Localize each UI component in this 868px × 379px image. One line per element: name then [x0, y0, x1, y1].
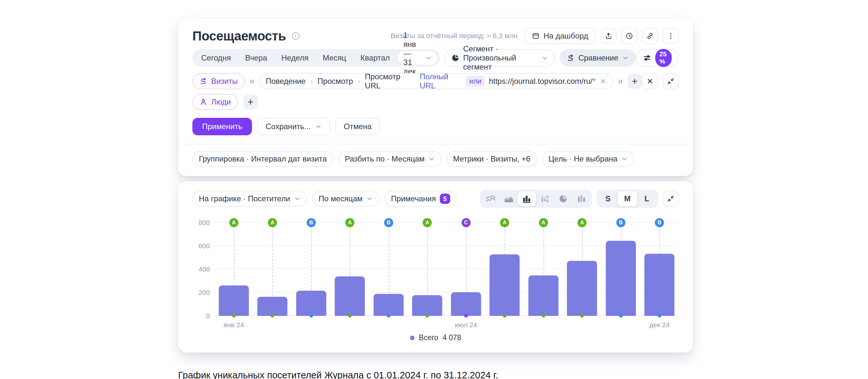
- plot-area: 0200400600800 Aянв 24ABABACиюл 24AAABBде…: [214, 223, 679, 316]
- chart-type-bar[interactable]: [518, 191, 536, 206]
- visits-chip[interactable]: Визиты: [192, 73, 245, 89]
- period-tab-month[interactable]: Месяц: [315, 54, 353, 63]
- bar-group: A: [486, 223, 524, 316]
- annotation-marker[interactable]: A: [345, 218, 354, 227]
- add-people-condition-button[interactable]: +: [243, 95, 258, 109]
- bar[interactable]: [335, 276, 365, 316]
- bar[interactable]: [606, 241, 636, 316]
- period-tab-yesterday[interactable]: Вчера: [238, 54, 274, 63]
- y-tick-label: 600: [198, 242, 210, 250]
- save-button[interactable]: Сохранить...: [257, 118, 330, 135]
- add-condition-button[interactable]: +: [627, 74, 642, 89]
- chevron-down-icon: [621, 156, 628, 162]
- pie-chart-icon: [558, 194, 568, 204]
- to-dashboard-button[interactable]: На дашборд: [524, 28, 596, 44]
- bar[interactable]: [257, 297, 288, 316]
- annotation-marker[interactable]: C: [462, 218, 471, 227]
- bar-group: B: [369, 223, 408, 316]
- legend[interactable]: Всего 4 078: [192, 333, 679, 342]
- bar-group: A: [253, 223, 292, 316]
- grouping-selector[interactable]: Группировка · Интервал дат визита: [192, 151, 333, 167]
- bar[interactable]: [296, 290, 326, 316]
- chart-type-pie[interactable]: [554, 191, 572, 206]
- to-dashboard-label: На дашборд: [544, 31, 588, 40]
- sliders-icon: [643, 54, 651, 62]
- cancel-button[interactable]: Отмена: [335, 118, 380, 135]
- annotation-marker[interactable]: B: [655, 218, 664, 227]
- breadcrumb-view: Просмотр: [317, 77, 353, 86]
- history-button[interactable]: [621, 28, 638, 44]
- bar[interactable]: [490, 254, 520, 316]
- bar[interactable]: [219, 285, 249, 316]
- chevron-down-icon: [622, 55, 629, 61]
- collapse-icon: [667, 77, 675, 85]
- export-icon: [605, 32, 613, 40]
- export-button[interactable]: [600, 28, 617, 44]
- chart-type-line[interactable]: [482, 191, 500, 206]
- bar[interactable]: [412, 295, 442, 316]
- bar[interactable]: [645, 254, 675, 316]
- people-chip[interactable]: Люди: [192, 94, 238, 110]
- period-tab-week[interactable]: Неделя: [274, 54, 316, 63]
- match-type-link[interactable]: Полный URL: [420, 72, 462, 90]
- operator-badge[interactable]: или: [466, 76, 485, 87]
- on-chart-selector[interactable]: На графике · Посетители: [192, 191, 307, 207]
- chart-type-stacked[interactable]: [536, 191, 554, 206]
- person-icon: [199, 98, 207, 106]
- apply-button[interactable]: Применить: [192, 118, 252, 135]
- x-tick-label: июл 24: [455, 321, 477, 329]
- copy-link-button[interactable]: [642, 28, 658, 44]
- bar-group: Aянв 24: [214, 223, 253, 316]
- size-l[interactable]: L: [637, 191, 656, 206]
- period-tab-quarter[interactable]: Квартал: [353, 54, 397, 63]
- clear-segment-button[interactable]: [642, 73, 658, 89]
- chart-type-area[interactable]: [500, 191, 518, 206]
- annotation-marker[interactable]: B: [616, 218, 625, 227]
- granularity-selector[interactable]: По месяцам: [312, 191, 380, 207]
- info-icon[interactable]: [291, 31, 300, 40]
- annotation-marker[interactable]: A: [578, 218, 587, 227]
- bar[interactable]: [451, 292, 481, 316]
- compare-selector[interactable]: Сравнение: [560, 49, 636, 67]
- area-chart-icon: [503, 194, 514, 204]
- annotation-dot: [348, 314, 352, 317]
- segment-condition-row: Визиты и Поведение › Просмотр › Просмотр…: [178, 67, 693, 89]
- bar[interactable]: [528, 275, 558, 316]
- collapse-chart-button[interactable]: [663, 191, 679, 207]
- date-range-selector[interactable]: 1 янв — 31 дек 2024: [397, 50, 438, 65]
- chevron-down-icon: [541, 55, 548, 61]
- bar[interactable]: [373, 294, 404, 316]
- segment-selector[interactable]: Сегмент · Произвольный сегмент: [444, 49, 555, 67]
- chart-controls: На графике · Посетители По месяцам Приме…: [192, 190, 679, 208]
- annotation-marker[interactable]: A: [268, 218, 277, 227]
- annotation-marker[interactable]: A: [539, 218, 548, 227]
- more-menu-button[interactable]: [663, 28, 679, 44]
- sampling-control[interactable]: 25 %: [636, 49, 679, 67]
- annotation-marker[interactable]: A: [500, 218, 509, 227]
- y-tick-label: 800: [198, 219, 210, 227]
- and-label: и: [250, 77, 254, 85]
- metrics-selector[interactable]: Метрики · Визиты, +6: [446, 151, 537, 167]
- breadcrumb-view-url: Просмотр URL: [365, 72, 413, 90]
- remove-condition-icon[interactable]: [599, 78, 607, 85]
- chart-type-column[interactable]: [572, 191, 590, 206]
- collapse-icon: [667, 195, 675, 203]
- size-s[interactable]: S: [598, 191, 618, 206]
- chart-type-toggle: [480, 190, 592, 208]
- close-icon: [646, 77, 654, 85]
- period-tab-today[interactable]: Сегодня: [194, 54, 238, 63]
- bar[interactable]: [567, 261, 597, 316]
- split-by-selector[interactable]: Разбить по · Месяцам: [338, 151, 441, 167]
- annotation-dot: [387, 314, 390, 317]
- annotation-marker[interactable]: B: [384, 218, 393, 227]
- bar-group: Bдек 24: [640, 223, 679, 316]
- url-condition-pill[interactable]: Поведение › Просмотр › Просмотр URL Полн…: [259, 73, 613, 89]
- size-m[interactable]: M: [618, 191, 637, 206]
- goal-selector[interactable]: Цель · Не выбрана: [542, 151, 634, 167]
- notes-selector[interactable]: Примечания 5: [384, 191, 457, 207]
- annotation-marker[interactable]: A: [423, 218, 432, 227]
- annotation-marker[interactable]: A: [229, 218, 238, 227]
- annotation-marker[interactable]: B: [307, 218, 316, 227]
- collapse-filters-button[interactable]: [663, 73, 679, 89]
- url-value[interactable]: https://journal.topvisor.com/ru/*: [489, 77, 596, 86]
